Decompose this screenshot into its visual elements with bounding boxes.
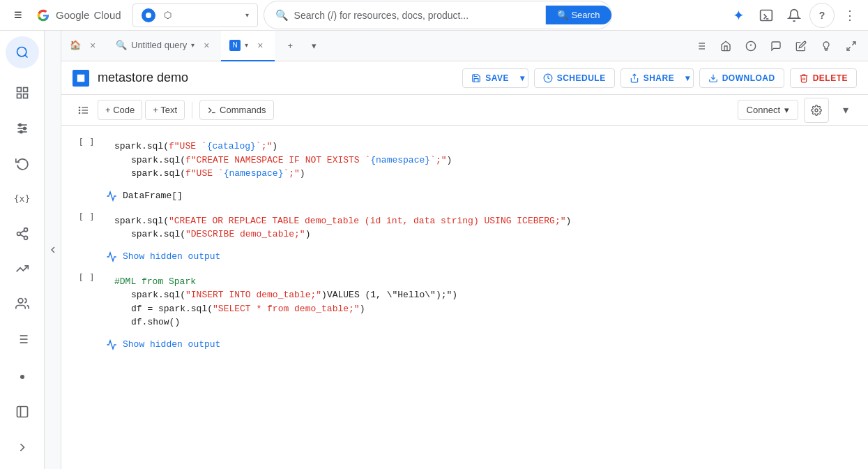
more-icon: ⋮ [844,8,856,23]
sidebar-search-button[interactable] [6,36,39,68]
sidebar-history-button[interactable] [6,147,39,179]
sidebar-expand-button[interactable] [6,431,39,463]
active-tab-dropdown[interactable]: ▾ [245,41,248,49]
cell-3-output-icon [106,339,117,350]
cell-1-code[interactable]: spark.sql(f"USE `{catalog}`;") spark.sql… [106,134,862,186]
share-label: SHARE [644,73,675,83]
add-text-label: + Text [153,105,177,115]
search-bar[interactable]: 🔍 Search (/) for resources, docs, produc… [264,1,612,29]
panel-toggle-button[interactable] [45,31,61,469]
tab-action-edit[interactable] [790,35,812,57]
save-button[interactable]: SAVE [462,68,518,88]
help-icon: ? [819,10,825,21]
cell-1: [ ] spark.sql(f"USE `{catalog}`;") spark… [61,134,868,206]
svg-point-16 [24,236,27,239]
settings-button[interactable] [804,98,829,123]
sidebar-share-button[interactable] [6,218,39,250]
commands-button[interactable]: Commands [199,100,273,120]
cell-3-show-hidden[interactable]: Show hidden output [123,339,220,350]
share-button[interactable]: SHARE [620,68,684,88]
schedule-button[interactable]: SCHEDULE [534,68,615,88]
main-layout: {x} 🏠 [0,31,868,469]
sidebar-list-button[interactable] [6,323,39,355]
query-tab-dropdown[interactable]: ▾ [191,41,195,49]
terminal-button[interactable] [754,3,779,28]
dot-indicator [20,375,24,379]
delete-button[interactable]: DELETE [790,68,857,88]
svg-line-37 [852,42,855,45]
notebook-type-icon [73,70,89,87]
toolbar-expand-button[interactable]: ▾ [835,99,857,121]
cell-2-output: Show hidden output [106,247,862,267]
tab-untitled-query[interactable]: 🔍 Untitled query ▾ × [107,31,221,61]
notebook-toolbar: + Code + Text Commands Connect ▾ ▾ [61,95,868,126]
notebook-icon-svg [76,73,86,83]
gemini-button[interactable]: ✦ [726,3,751,28]
chat-icon [770,40,782,52]
tab-action-expand[interactable] [840,35,862,57]
info-icon [745,40,756,52]
svg-point-19 [18,299,23,304]
sidebar-notebook-button[interactable] [6,396,39,428]
tab-action-list[interactable] [690,35,712,57]
cell-2-line-2: spark.sql("DESCRIBE demo_table;") [114,228,854,241]
cell-3-line-1: #DML from Spark [114,275,854,289]
notifications-button[interactable] [782,3,807,28]
add-code-label: + Code [105,105,135,115]
query-tab-close[interactable]: × [200,39,213,52]
toolbar-list-icon[interactable] [73,99,95,121]
help-button[interactable]: ? [809,3,835,28]
sidebar-sliders-button[interactable] [6,112,39,144]
query-tab-icon: 🔍 [116,40,127,50]
left-sidebar: {x} [0,31,45,469]
expand-icon [846,40,857,52]
download-button[interactable]: DOWNLOAD [699,68,784,88]
search-button[interactable]: 🔍 Search [545,6,611,24]
save-dropdown-button[interactable]: ▾ [517,68,528,88]
tab-action-chat[interactable] [765,35,787,57]
add-code-button[interactable]: + Code [98,100,142,120]
add-tab-icon: + [287,40,293,51]
home-tab-close[interactable]: × [86,39,99,52]
sidebar-variables-button[interactable]: {x} [6,182,39,214]
svg-point-12 [23,127,25,129]
tab-active-notebook[interactable]: N ▾ × [221,31,275,61]
project-dropdown-chevron: ▾ [245,11,249,19]
cell-2: [ ] spark.sql("CREATE OR REPLACE TABLE d… [61,209,868,267]
tab-chevron-button[interactable]: ▾ [304,36,323,56]
add-tab-button[interactable]: + [277,34,303,59]
nav-icon-group: ✦ ? ⋮ [726,3,862,28]
menu-button[interactable]: ☰ [6,3,31,28]
sidebar-dot-button[interactable] [6,361,39,393]
connect-button[interactable]: Connect ▾ [738,100,798,120]
tab-home[interactable]: 🏠 × [61,31,107,61]
pipeline-icon [15,262,29,276]
share-dropdown-button[interactable]: ▾ [683,68,694,88]
svg-rect-5 [23,88,27,92]
svg-point-48 [79,112,79,113]
sidebar-people-button[interactable] [6,288,39,320]
cell-3-code[interactable]: #DML from Spark spark.sql("INSERT INTO d… [106,269,862,335]
svg-point-50 [815,109,818,112]
commands-label: Commands [220,105,266,115]
home-icon [720,40,731,52]
delete-icon [799,73,809,83]
bell-icon [787,8,801,22]
sidebar-pipeline-button[interactable] [6,253,39,285]
cell-2-bracket: [ ] [78,211,94,222]
notebook-header-actions: SAVE ▾ SCHEDULE SHARE ▾ [462,68,857,88]
svg-point-11 [19,124,21,126]
active-tab-close[interactable]: × [254,39,266,52]
notebook-title: metastore demo [98,70,188,85]
add-text-button[interactable]: + Text [145,100,185,120]
cell-2-show-hidden[interactable]: Show hidden output [123,251,220,262]
svg-line-3 [24,55,27,58]
tab-action-info[interactable] [740,35,762,57]
tab-action-home[interactable] [715,35,737,57]
more-options-button[interactable]: ⋮ [837,3,862,28]
project-selector[interactable]: ⬡ ▾ [132,3,258,27]
svg-point-2 [17,47,26,57]
tab-action-bulb[interactable] [815,35,837,57]
sidebar-grid-button[interactable] [6,77,39,109]
cell-2-code[interactable]: spark.sql("CREATE OR REPLACE TABLE demo_… [106,209,862,247]
